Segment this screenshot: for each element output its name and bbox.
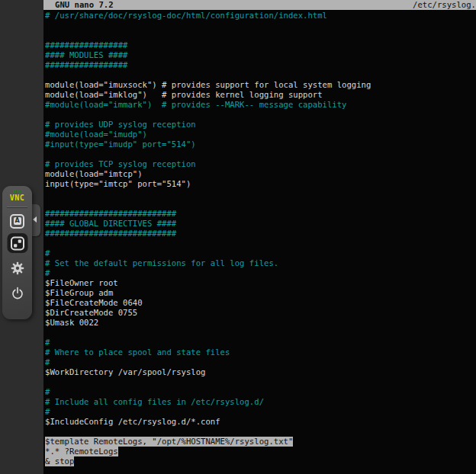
editor-line: module(load="imklog") # provides kernel …: [45, 90, 476, 100]
novnc-logo: no VNC: [2, 186, 32, 201]
editor-line: #: [45, 407, 476, 417]
novnc-control-panel: no VNC A: [2, 186, 32, 319]
editor-line: [45, 110, 476, 120]
terminal-window[interactable]: GNU nano 7.2 /etc/rsyslog. # /usr/share/…: [43, 0, 476, 474]
editor-line: [45, 189, 476, 199]
editor-line: $FileCreateMode 0640: [45, 298, 476, 308]
nano-titlebar: GNU nano 7.2 /etc/rsyslog.: [43, 0, 476, 10]
power-icon: [10, 286, 25, 301]
editor-line: $template RemoteLogs, "/opt/%HOSTNAME%/r…: [45, 437, 476, 447]
editor-line: [45, 70, 476, 80]
editor-line: $DirCreateMode 0755: [45, 308, 476, 318]
collapse-arrow-icon: [33, 216, 37, 223]
editor-line: ###########################: [45, 209, 476, 219]
fullscreen-button[interactable]: [7, 233, 27, 253]
editor-line: [45, 30, 476, 40]
settings-button[interactable]: [6, 257, 29, 280]
editor-line: ###########################: [45, 229, 476, 239]
editor-line: #module(load="immark") # provides --MARK…: [45, 100, 476, 110]
editor-line: #################: [45, 60, 476, 70]
editor-line: # Include all config files in /etc/rsysl…: [45, 397, 476, 407]
vnc-screen[interactable]: GNU nano 7.2 /etc/rsyslog. # /usr/share/…: [0, 0, 476, 474]
editor-line: #### GLOBAL DIRECTIVES ####: [45, 219, 476, 229]
editor-line: #################: [45, 40, 476, 50]
clipboard-icon-letter: A: [14, 217, 21, 225]
editor-line: #### MODULES ####: [45, 50, 476, 60]
power-button[interactable]: [6, 282, 29, 305]
editor-line: #: [45, 387, 476, 397]
editor-line: #input(type="imudp" port="514"): [45, 139, 476, 149]
editor-line: # provides TCP syslog reception: [45, 159, 476, 169]
editor-line: #: [45, 338, 476, 347]
editor-line: [45, 21, 476, 30]
editor-line: module(load="imuxsock") # provides suppo…: [45, 80, 476, 90]
editor-line: [45, 328, 476, 338]
editor-line: [45, 149, 476, 159]
novnc-logo-vnc: VNC: [10, 195, 25, 201]
editor-line: *.* ?RemoteLogs: [45, 447, 476, 456]
editor-line: # Where to place spool and state files: [45, 347, 476, 357]
editor-line: $FileGroup adm: [45, 288, 476, 298]
editor-line: $IncludeConfig /etc/rsyslog.d/*.conf: [45, 417, 476, 427]
editor-line: [45, 239, 476, 248]
editor-line: # Set the default permissions for all lo…: [45, 258, 476, 268]
editor-line: # provides UDP syslog reception: [45, 120, 476, 130]
editor-line: module(load="imtcp"): [45, 169, 476, 179]
fullscreen-icon: [10, 236, 24, 251]
editor-line: #: [45, 248, 476, 258]
editor-line: & stop: [45, 456, 476, 466]
editor-line: #module(load="imudp"): [45, 130, 476, 139]
editor-line: $WorkDirectory /var/spool/rsyslog: [45, 367, 476, 377]
gear-icon: [10, 261, 25, 276]
editor-line: [45, 199, 476, 209]
editor-line: #: [45, 268, 476, 278]
editor-line: [45, 377, 476, 387]
nano-filename-label: /etc/rsyslog.: [413, 0, 476, 10]
editor-content[interactable]: # /usr/share/doc/rsyslog-doc/html/config…: [45, 11, 476, 474]
panel-divider: [7, 207, 27, 208]
editor-line: # /usr/share/doc/rsyslog-doc/html/config…: [45, 11, 476, 21]
nano-version-label: GNU nano 7.2: [55, 0, 114, 10]
editor-line: $Umask 0022: [45, 318, 476, 328]
editor-line: [45, 427, 476, 437]
editor-line: input(type="imtcp" port="514"): [45, 179, 476, 189]
editor-line: #: [45, 357, 476, 367]
editor-line: $FileOwner root: [45, 278, 476, 288]
clipboard-icon: A: [10, 214, 24, 229]
clipboard-button[interactable]: A: [6, 210, 29, 232]
